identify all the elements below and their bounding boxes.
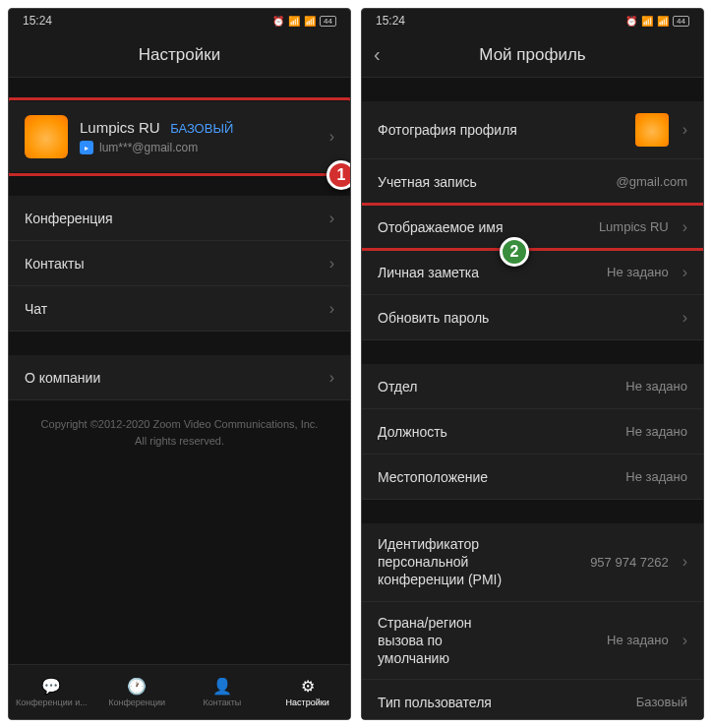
alarm-icon: ⏰ — [625, 16, 637, 27]
status-bar: 15:24 ⏰ 📶 📶 44 — [362, 9, 703, 32]
page-title: Мой профиль — [479, 45, 585, 65]
tab-contacts[interactable]: 👤 Контакты — [180, 665, 266, 719]
header: ‹ Мой профиль — [362, 32, 703, 78]
back-button[interactable]: ‹ — [374, 43, 381, 66]
profile-row-location[interactable]: Местоположение Не задано — [362, 455, 703, 500]
profile-info: Lumpics RU БАЗОВЫЙ ▸ lum***@gmail.com — [80, 119, 312, 154]
step-marker-2: 2 — [500, 237, 529, 267]
chevron-icon: › — [682, 632, 687, 649]
chevron-icon: › — [682, 553, 687, 571]
profile-row-password[interactable]: Обновить пароль › — [362, 295, 703, 340]
header: Настройки — [9, 32, 350, 78]
status-time: 15:24 — [23, 14, 52, 28]
profile-row-photo[interactable]: Фотография профиля › — [362, 101, 703, 159]
wifi-icon: 📶 — [288, 16, 300, 27]
profile-row-display-name[interactable]: Отображаемое имя Lumpics RU› 2 — [362, 205, 703, 250]
alarm-icon: ⏰ — [272, 16, 284, 27]
chevron-icon: › — [329, 369, 334, 387]
settings-row-about[interactable]: О компании › — [9, 355, 350, 400]
wifi-icon: 📶 — [641, 16, 653, 27]
tab-bar: 💬 Конференции и... 🕐 Конференции 👤 Конта… — [9, 664, 350, 719]
chevron-icon: › — [682, 264, 687, 281]
chevron-icon: › — [329, 128, 334, 146]
status-icons: ⏰ 📶 📶 44 — [272, 16, 336, 27]
chevron-icon: › — [682, 309, 687, 327]
settings-row-contacts[interactable]: Контакты › — [9, 241, 350, 286]
profile-row-job-title[interactable]: Должность Не задано — [362, 409, 703, 455]
status-icons: ⏰ 📶 📶 44 — [625, 16, 689, 27]
gear-icon: ⚙ — [298, 677, 318, 695]
tab-meet-and-chat[interactable]: 💬 Конференции и... — [9, 665, 94, 719]
chevron-icon: › — [682, 218, 687, 236]
tab-settings[interactable]: ⚙ Настройки — [265, 665, 350, 719]
settings-row-conference[interactable]: Конференция › — [9, 196, 350, 241]
profile-name: Lumpics RU — [80, 119, 160, 136]
chevron-icon: › — [329, 210, 334, 227]
avatar — [25, 115, 68, 158]
profile-row-region[interactable]: Страна/регион вызова по умолчанию Не зад… — [362, 602, 703, 681]
avatar — [635, 113, 669, 147]
page-title: Настройки — [139, 45, 220, 65]
profile-row-pmi[interactable]: Идентификатор персональной конференции (… — [362, 523, 703, 602]
profile-row-note[interactable]: Личная заметка Не задано› — [362, 250, 703, 295]
tab-meetings[interactable]: 🕐 Конференции — [94, 665, 180, 719]
copyright-text: Copyright ©2012-2020 Zoom Video Communic… — [9, 400, 350, 464]
profile-row-account[interactable]: Учетная запись @gmail.com — [362, 159, 703, 205]
settings-row-chat[interactable]: Чат › — [9, 286, 350, 332]
profile-row[interactable]: Lumpics RU БАЗОВЫЙ ▸ lum***@gmail.com › … — [9, 101, 350, 172]
settings-content: Lumpics RU БАЗОВЫЙ ▸ lum***@gmail.com › … — [9, 78, 350, 664]
phone-profile-screen: 15:24 ⏰ 📶 📶 44 ‹ Мой профиль Фотография … — [361, 8, 704, 720]
phone-settings-screen: 15:24 ⏰ 📶 📶 44 Настройки Lumpics RU БАЗО… — [8, 8, 351, 720]
contacts-icon: 👤 — [212, 677, 232, 695]
chevron-icon: › — [682, 121, 687, 139]
battery-icon: 44 — [320, 16, 336, 27]
zoom-icon: ▸ — [80, 141, 93, 154]
profile-email: lum***@gmail.com — [99, 141, 198, 154]
profile-content: Фотография профиля › Учетная запись @gma… — [362, 78, 703, 719]
chevron-icon: › — [329, 255, 334, 273]
profile-row-user-type[interactable]: Тип пользователя Базовый — [362, 680, 703, 719]
plan-badge: БАЗОВЫЙ — [170, 121, 233, 136]
profile-row-dept[interactable]: Отдел Не задано — [362, 364, 703, 409]
status-bar: 15:24 ⏰ 📶 📶 44 — [9, 9, 350, 32]
screenshot-container: 15:24 ⏰ 📶 📶 44 Настройки Lumpics RU БАЗО… — [0, 0, 712, 728]
clock-icon: 🕐 — [127, 677, 147, 695]
signal-icon: 📶 — [657, 16, 669, 27]
chevron-icon: › — [329, 300, 334, 318]
chat-icon: 💬 — [41, 677, 61, 695]
signal-icon: 📶 — [304, 16, 316, 27]
battery-icon: 44 — [673, 16, 689, 27]
status-time: 15:24 — [376, 14, 405, 28]
step-marker-1: 1 — [326, 160, 350, 190]
profile-email-row: ▸ lum***@gmail.com — [80, 141, 312, 154]
